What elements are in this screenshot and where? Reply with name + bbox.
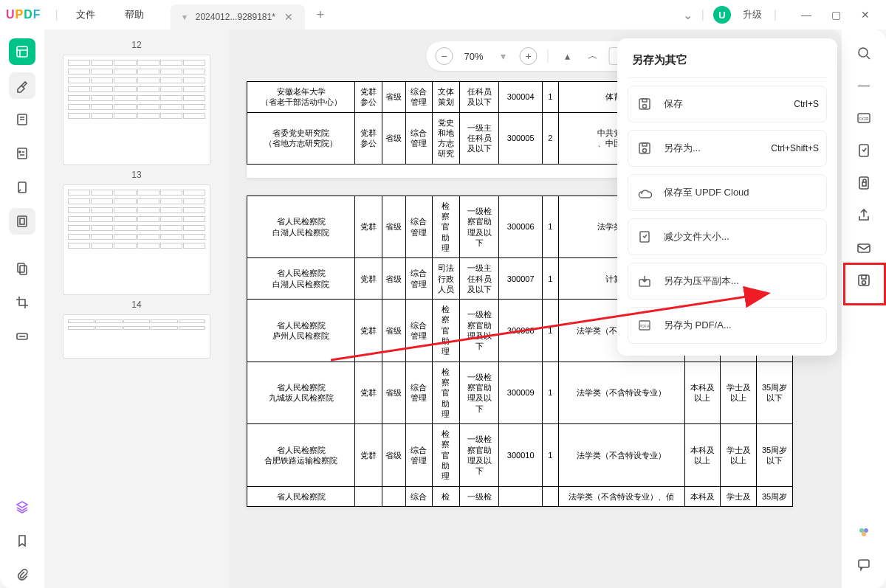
thumbnail-panel: 12 13 14 bbox=[44, 30, 229, 588]
table-cell: 省级 bbox=[382, 258, 405, 300]
redact-tool[interactable] bbox=[9, 323, 35, 350]
table-cell: 党群 bbox=[355, 300, 382, 362]
table-cell: 省委党史研究院（省地方志研究院） bbox=[247, 112, 355, 164]
prev-page-button[interactable]: ︿ bbox=[584, 47, 602, 65]
zoom-in-button[interactable]: + bbox=[520, 47, 538, 65]
comment-icon[interactable] bbox=[852, 553, 876, 576]
table-cell: 综合管理 bbox=[405, 300, 433, 362]
close-window-button[interactable]: ✕ bbox=[851, 3, 880, 27]
table-cell bbox=[355, 486, 382, 506]
popup-item-0[interactable]: 保存Ctrl+S bbox=[628, 86, 827, 122]
page-thumbnail[interactable] bbox=[63, 55, 210, 165]
svg-rect-2 bbox=[18, 148, 27, 159]
ai-assistant-icon[interactable] bbox=[852, 520, 876, 544]
popup-item-1[interactable]: 另存为...Ctrl+Shift+S bbox=[628, 130, 827, 167]
convert-icon[interactable] bbox=[852, 139, 876, 162]
table-cell: 1 bbox=[542, 362, 558, 423]
table-cell: 省级 bbox=[382, 196, 405, 257]
avatar[interactable]: U bbox=[713, 6, 731, 24]
page-thumbnail[interactable] bbox=[63, 314, 210, 359]
highlight-tool[interactable] bbox=[9, 72, 35, 99]
table-cell: 综合管理 bbox=[405, 82, 433, 113]
layers-tool[interactable] bbox=[9, 494, 35, 520]
save-as-icon[interactable] bbox=[852, 269, 876, 292]
menu-help[interactable]: 帮助 bbox=[110, 8, 159, 21]
crop-tool[interactable] bbox=[9, 289, 35, 316]
table-cell: 一级检 bbox=[459, 486, 499, 506]
document-tab[interactable]: ▾ 2024012...9289181* ✕ bbox=[171, 4, 305, 30]
svg-rect-15 bbox=[862, 182, 866, 186]
upgrade-button[interactable]: 升级 bbox=[740, 8, 765, 21]
table-cell: 300009 bbox=[499, 362, 543, 423]
table-cell: 一级检察官助理及以下 bbox=[459, 196, 499, 257]
table-cell: 综合管理 bbox=[405, 112, 433, 164]
popup-item-4[interactable]: 另存为压平副本... bbox=[628, 263, 827, 300]
table-cell: 省人民检察院 bbox=[247, 486, 355, 506]
table-cell bbox=[542, 486, 558, 506]
page-thumbnail[interactable] bbox=[63, 184, 210, 295]
ocr-tool[interactable] bbox=[9, 208, 35, 235]
bookmark-tool[interactable] bbox=[9, 528, 35, 554]
minimize-button[interactable]: — bbox=[791, 3, 821, 27]
table-cell: 省人民检察院庐州人民检察院 bbox=[247, 300, 355, 362]
table-cell: 文体策划 bbox=[433, 82, 460, 113]
search-icon[interactable] bbox=[852, 41, 876, 65]
table-cell: 省级 bbox=[382, 362, 405, 423]
email-icon[interactable] bbox=[852, 236, 876, 260]
attachment-tool[interactable] bbox=[9, 561, 35, 588]
divider: | bbox=[701, 8, 704, 21]
table-cell: 综合 bbox=[405, 486, 433, 506]
svg-text:OCR: OCR bbox=[859, 117, 869, 121]
form-tool[interactable] bbox=[9, 140, 35, 167]
table-cell: 本科及以上 bbox=[684, 362, 721, 423]
table-cell: 省人民检察院白湖人民检察院 bbox=[247, 258, 355, 300]
edit-text-tool[interactable] bbox=[9, 106, 35, 133]
divider bbox=[548, 49, 549, 63]
svg-point-3 bbox=[19, 151, 21, 153]
svg-point-10 bbox=[859, 48, 868, 57]
table-cell: 综合管理 bbox=[405, 258, 433, 300]
table-cell: 检察官助理 bbox=[433, 362, 460, 423]
table-cell bbox=[499, 486, 543, 506]
table-cell: 一级检察官助理及以下 bbox=[459, 300, 499, 362]
app-logo: UPDF bbox=[6, 8, 41, 21]
page-tool[interactable] bbox=[9, 255, 35, 282]
svg-rect-28 bbox=[642, 143, 647, 146]
table-cell: 检察官助理 bbox=[433, 424, 460, 486]
organize-tool[interactable] bbox=[9, 174, 35, 201]
table-cell: 1 bbox=[542, 196, 558, 257]
popup-item-2[interactable]: 保存至 UPDF Cloud bbox=[628, 174, 827, 211]
popup-item-icon bbox=[636, 139, 653, 157]
table-cell: 一级主任科员及以下 bbox=[459, 112, 499, 164]
protect-icon[interactable] bbox=[852, 171, 876, 195]
thumbnails-tool[interactable] bbox=[9, 38, 35, 65]
zoom-out-button[interactable]: − bbox=[436, 47, 453, 65]
popup-item-label: 保存至 UPDF Cloud bbox=[664, 186, 819, 199]
svg-rect-0 bbox=[17, 46, 27, 57]
add-tab-button[interactable]: + bbox=[317, 7, 325, 23]
chevron-down-icon[interactable]: ⌄ bbox=[683, 8, 693, 22]
zoom-dropdown[interactable]: ▾ bbox=[495, 47, 512, 65]
close-icon[interactable]: ✕ bbox=[284, 11, 293, 23]
minus-icon[interactable]: — bbox=[852, 74, 876, 97]
svg-rect-16 bbox=[858, 244, 870, 252]
share-icon[interactable] bbox=[852, 204, 876, 227]
table-cell: 综合管理 bbox=[405, 424, 433, 486]
save-as-popup: 另存为其它 保存Ctrl+S另存为...Ctrl+Shift+S保存至 UPDF… bbox=[617, 38, 837, 356]
popup-item-3[interactable]: 减少文件大小... bbox=[628, 218, 827, 255]
ocr-icon[interactable]: OCR bbox=[852, 106, 876, 130]
menu-file[interactable]: 文件 bbox=[61, 8, 110, 21]
first-page-button[interactable]: ▴ bbox=[559, 47, 577, 65]
table-cell: 1 bbox=[542, 82, 558, 113]
svg-point-21 bbox=[864, 528, 868, 533]
svg-rect-25 bbox=[642, 99, 647, 102]
table-cell: 学士及以上 bbox=[721, 362, 757, 423]
popup-item-icon bbox=[636, 228, 653, 246]
popup-item-5[interactable]: PDF/A另存为 PDF/A... bbox=[628, 307, 827, 344]
table-cell: 省级 bbox=[382, 112, 405, 164]
maximize-button[interactable]: ▢ bbox=[821, 3, 851, 27]
table-cell: 300006 bbox=[499, 196, 543, 257]
table-cell: 检察官助理 bbox=[433, 300, 460, 362]
svg-point-20 bbox=[859, 528, 864, 533]
table-cell: 党群参公 bbox=[355, 82, 382, 113]
